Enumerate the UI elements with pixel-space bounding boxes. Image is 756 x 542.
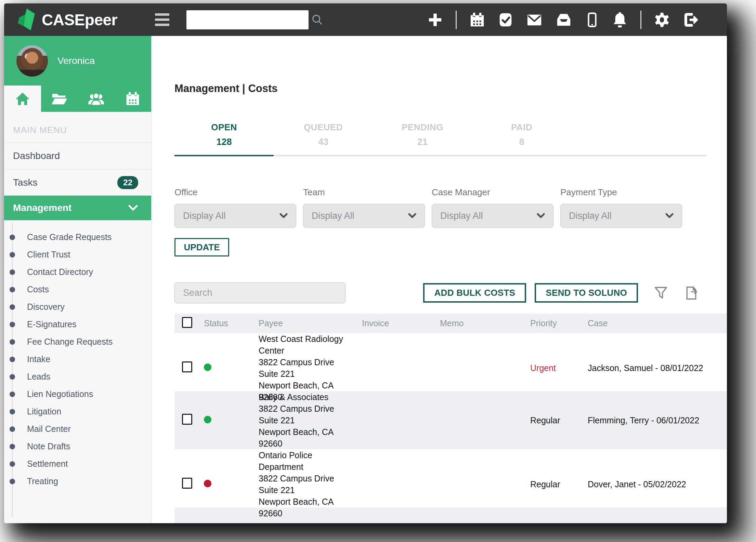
tasks-count-badge: 22 xyxy=(117,176,138,189)
payee-address: Suite 221 xyxy=(259,484,354,496)
submenu-item-contact-directory[interactable]: Contact Directory xyxy=(4,263,151,281)
sidebar-tab-cases[interactable] xyxy=(41,85,78,112)
submenu-item-e-signatures[interactable]: E-Signatures xyxy=(4,316,151,333)
task-check-icon[interactable] xyxy=(498,12,513,28)
calendar-icon[interactable] xyxy=(469,12,485,28)
submenu-item-costs[interactable]: Costs xyxy=(4,281,151,298)
case-cell[interactable]: Flemming, Terry - 06/01/2022 xyxy=(580,415,727,425)
sidebar-tab-calendar[interactable] xyxy=(115,85,152,112)
user-profile[interactable]: Veronica xyxy=(4,36,151,85)
submenu-item-treating[interactable]: Treating xyxy=(4,473,151,490)
status-dot xyxy=(204,416,211,423)
send-to-soluno-button[interactable]: SEND TO SOLUNO xyxy=(535,283,638,303)
tab-label: OPEN xyxy=(174,122,274,133)
tab-pending[interactable]: PENDING 21 xyxy=(373,122,472,156)
payee-address: Suite 221 xyxy=(259,368,354,380)
mail-icon[interactable] xyxy=(526,12,543,28)
tab-queued[interactable]: QUEUED 43 xyxy=(274,122,373,156)
add-bulk-costs-button[interactable]: ADD BULK COSTS xyxy=(423,283,526,303)
team-select[interactable]: Display All xyxy=(303,204,425,228)
priority-cell: Urgent xyxy=(523,363,580,373)
status-tabs: OPEN 128 QUEUED 43 PENDING 21 PAID 8 xyxy=(174,122,706,156)
case-cell[interactable]: Dover, Janet - 05/02/2022 xyxy=(580,479,727,489)
submenu-item-client-trust[interactable]: Client Trust xyxy=(4,246,151,263)
topbar-divider xyxy=(640,11,641,29)
top-bar: CASEpeer xyxy=(4,3,727,36)
case-manager-select[interactable]: Display All xyxy=(432,204,553,228)
chevron-down-icon xyxy=(128,204,138,211)
office-select[interactable]: Display All xyxy=(174,204,296,228)
status-dot xyxy=(204,363,211,371)
submenu-item-lien-negotiations[interactable]: Lien Negotiations xyxy=(4,385,151,403)
submenu-item-settlement[interactable]: Settlement xyxy=(4,455,151,473)
home-icon xyxy=(15,91,30,106)
filter-label: Payment Type xyxy=(560,187,682,198)
submenu-item-case-grade-requests[interactable]: Case Grade Requests xyxy=(4,228,151,246)
sidebar-item-management[interactable]: Management xyxy=(4,196,151,220)
payee-address: Newport Beach, CA 92660 xyxy=(259,496,354,519)
calendar-icon xyxy=(125,91,140,106)
logout-icon[interactable] xyxy=(682,12,699,28)
submenu-item-note-drafts[interactable]: Note Drafts xyxy=(4,438,151,455)
row-checkbox[interactable] xyxy=(182,414,192,425)
table-row: Ontario Police Department 3822 Campus Dr… xyxy=(174,449,727,507)
notifications-bell-icon[interactable] xyxy=(612,12,628,28)
search-icon[interactable] xyxy=(311,13,324,27)
page-title: Management | Costs xyxy=(174,82,727,95)
sidebar-item-tasks[interactable]: Tasks 22 xyxy=(4,170,151,196)
tab-paid[interactable]: PAID 8 xyxy=(472,122,571,156)
menu-item-label: Dashboard xyxy=(13,150,60,161)
row-checkbox[interactable] xyxy=(182,361,192,372)
main-menu-label: MAIN MENU xyxy=(4,112,151,142)
table-search-input[interactable] xyxy=(174,282,346,303)
select-all-checkbox[interactable] xyxy=(182,317,192,328)
contacts-people-icon xyxy=(88,92,105,106)
export-document-icon[interactable] xyxy=(684,285,699,301)
payee-name: West Coast Radiology Center xyxy=(259,333,354,356)
submenu-item-discovery[interactable]: Discovery xyxy=(4,298,151,316)
costs-table: Status Payee Invoice Memo Priority Case … xyxy=(174,314,727,523)
tab-count: 21 xyxy=(373,137,472,147)
priority-cell: Regular xyxy=(523,415,580,425)
tab-count: 43 xyxy=(274,137,373,147)
filter-team: Team Display All xyxy=(303,187,425,228)
chevron-down-icon xyxy=(537,213,545,219)
tab-label: QUEUED xyxy=(274,122,373,133)
settings-gear-icon[interactable] xyxy=(654,12,670,28)
filter-funnel-icon[interactable] xyxy=(654,286,668,301)
sidebar-tab-contacts[interactable] xyxy=(78,85,115,112)
casepeer-logo[interactable]: CASEpeer xyxy=(17,8,117,32)
submenu-item-mail-center[interactable]: Mail Center xyxy=(4,420,151,438)
submenu-item-intake[interactable]: Intake xyxy=(4,351,151,368)
payee-name: Baily & Associates xyxy=(259,391,354,403)
phone-icon[interactable] xyxy=(585,12,599,28)
plus-icon[interactable] xyxy=(427,12,443,28)
sidebar-item-dashboard[interactable]: Dashboard xyxy=(4,143,151,169)
table-header: Status Payee Invoice Memo Priority Case xyxy=(174,314,727,333)
management-submenu: Case Grade Requests Client Trust Contact… xyxy=(4,220,151,523)
filter-label: Team xyxy=(303,187,425,198)
select-value: Display All xyxy=(183,211,226,221)
menu-item-label: Tasks xyxy=(13,177,38,188)
update-button[interactable]: UPDATE xyxy=(174,238,229,256)
submenu-item-leads[interactable]: Leads xyxy=(4,368,151,385)
global-search-input[interactable] xyxy=(186,10,311,29)
payee-address: 3822 Campus Drive xyxy=(259,473,354,484)
row-checkbox[interactable] xyxy=(182,478,192,489)
table-row: West Coast Radiology Center 3822 Campus … xyxy=(174,333,727,391)
case-cell[interactable]: Jackson, Samuel - 08/01/2022 xyxy=(580,363,727,373)
payee-address: 3822 Campus Drive xyxy=(259,356,354,368)
tab-count: 8 xyxy=(472,137,571,147)
column-header-case: Case xyxy=(580,318,727,328)
filter-case-manager: Case Manager Display All xyxy=(432,187,553,228)
submenu-item-fee-change-requests[interactable]: Fee Change Requests xyxy=(4,333,151,351)
payment-type-select[interactable]: Display All xyxy=(560,204,682,228)
avatar xyxy=(16,45,48,77)
inbox-icon[interactable] xyxy=(555,12,572,28)
hamburger-menu-icon[interactable] xyxy=(155,13,169,26)
tab-open[interactable]: OPEN 128 xyxy=(174,122,274,156)
sidebar-tab-home[interactable] xyxy=(4,85,41,112)
tab-count: 128 xyxy=(174,137,274,147)
topbar-icons xyxy=(427,11,699,29)
submenu-item-litigation[interactable]: Litigation xyxy=(4,403,151,420)
